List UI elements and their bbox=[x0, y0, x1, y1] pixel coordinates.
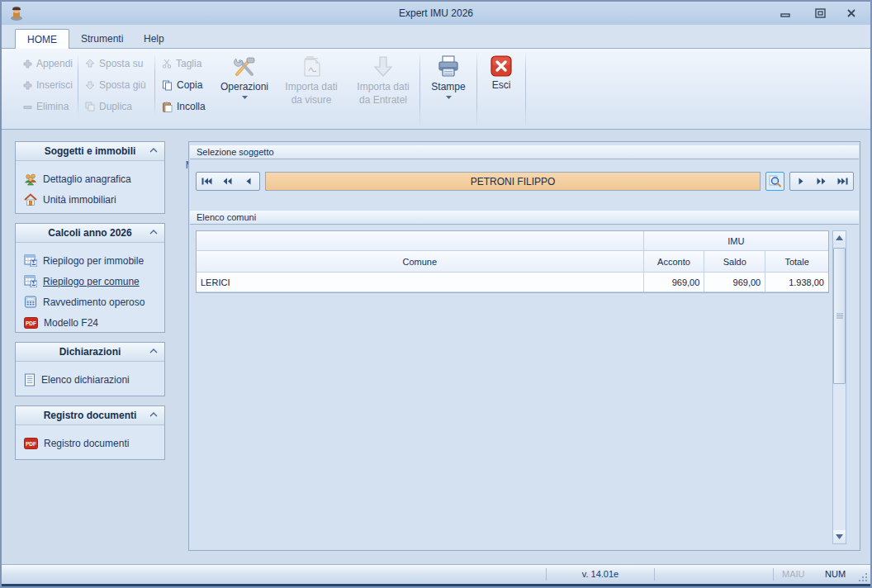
sidebar-group-header-soggetti[interactable]: Soggetti e immobili bbox=[16, 142, 164, 161]
scroll-up-button[interactable] bbox=[833, 231, 846, 244]
people-icon bbox=[24, 173, 37, 186]
previous-record-button[interactable] bbox=[239, 173, 259, 190]
importa-visure-button[interactable]: Importa dati da visure bbox=[276, 49, 347, 129]
pdf-import-icon bbox=[300, 55, 323, 79]
table-header-totale[interactable]: Totale bbox=[765, 251, 828, 273]
sidebar-group-header-dichiarazioni[interactable]: Dichiarazioni bbox=[16, 343, 164, 362]
esci-label: Esci bbox=[492, 80, 511, 91]
chevron-down-icon bbox=[446, 96, 452, 99]
sidebar-group-title: Calcoli anno 2026 bbox=[48, 227, 131, 239]
last-record-button[interactable] bbox=[832, 173, 853, 190]
subject-field[interactable]: PETRONI FILIPPO bbox=[265, 172, 761, 191]
esci-button[interactable]: Esci bbox=[477, 49, 525, 129]
sidebar-group-registro: Registro documenti PDF Registro document… bbox=[15, 405, 165, 460]
subject-name: PETRONI FILIPPO bbox=[471, 176, 556, 187]
sidebar-item-unita-immobiliari[interactable]: Unità immobiliari bbox=[24, 189, 159, 210]
column-label: Acconto bbox=[657, 257, 690, 267]
resize-grip[interactable] bbox=[858, 572, 868, 582]
elimina-label: Elimina bbox=[36, 101, 69, 112]
svg-text:PDF: PDF bbox=[26, 320, 36, 326]
remove-icon bbox=[23, 102, 32, 111]
next-icon bbox=[799, 178, 803, 185]
table-row[interactable]: LERICI 969,00 969,00 1.938,00 bbox=[197, 273, 828, 292]
table-header-imu[interactable]: IMU bbox=[644, 231, 828, 251]
sidebar-item-label: Riepilogo per comune bbox=[43, 276, 140, 287]
app-window: Expert IMU 2026 HOME Strument bbox=[0, 0, 872, 588]
tab-home[interactable]: HOME bbox=[15, 29, 69, 49]
scroll-down-button[interactable] bbox=[833, 530, 846, 543]
sidebar-group-title: Registro documenti bbox=[44, 410, 137, 421]
sidebar-item-riepilogo-immobile[interactable]: Σ Riepilogo per immobile bbox=[24, 250, 159, 271]
scroll-up-icon bbox=[836, 235, 843, 240]
sidebar-item-dettaglio-anagrafica[interactable]: Dettaglio anagrafica bbox=[24, 168, 159, 189]
sidebar-group-header-calcoli[interactable]: Calcoli anno 2026 bbox=[16, 224, 164, 243]
inserisci-button[interactable]: Inserisci bbox=[23, 77, 78, 93]
sidebar-item-label: Unità immobiliari bbox=[43, 194, 116, 206]
first-record-button[interactable] bbox=[197, 173, 217, 190]
copia-button[interactable]: Copia bbox=[162, 77, 213, 93]
arrow-down-icon bbox=[85, 80, 95, 90]
incolla-button[interactable]: Incolla bbox=[162, 98, 213, 115]
close-button[interactable] bbox=[839, 5, 864, 21]
copy-icon bbox=[162, 80, 173, 91]
sposta-giu-button[interactable]: Sposta giù bbox=[85, 77, 154, 93]
sidebar-item-elenco-dichiarazioni[interactable]: Elenco dichiarazioni bbox=[24, 369, 159, 390]
next-record-button[interactable] bbox=[790, 173, 811, 190]
tab-help[interactable]: Help bbox=[132, 29, 176, 49]
search-subject-button[interactable] bbox=[765, 172, 784, 191]
close-icon bbox=[846, 8, 856, 18]
sidebar-item-label: Ravvedimento operoso bbox=[43, 296, 145, 308]
tab-strumenti[interactable]: Strumenti bbox=[69, 29, 135, 49]
stampe-label: Stampe bbox=[431, 82, 465, 92]
sidebar-item-registro-documenti[interactable]: PDF Registro documenti bbox=[24, 433, 159, 453]
title-bar: Expert IMU 2026 bbox=[2, 2, 870, 25]
table-header-acconto[interactable]: Acconto bbox=[644, 251, 705, 273]
sidebar-item-ravvedimento-operoso[interactable]: Ravvedimento operoso bbox=[24, 292, 159, 312]
calculator-icon bbox=[24, 296, 37, 308]
pdf-icon: PDF bbox=[24, 438, 38, 449]
sidebar-group-soggetti: Soggetti e immobili Dettaglio anagrafi bbox=[15, 141, 165, 214]
status-version: v. 14.01e bbox=[547, 569, 653, 579]
rewind-icon bbox=[223, 178, 232, 185]
status-maiu-indicator: MAIU bbox=[782, 569, 805, 579]
table-vertical-scrollbar[interactable] bbox=[832, 230, 846, 544]
taglia-button[interactable]: Taglia bbox=[162, 55, 213, 72]
cell-comune: LERICI bbox=[197, 273, 644, 292]
window-bottom-border bbox=[2, 584, 870, 586]
table-header-blank bbox=[197, 231, 644, 251]
svg-text:PDF: PDF bbox=[26, 441, 36, 447]
status-num-indicator: NUM bbox=[825, 569, 846, 579]
incolla-label: Incolla bbox=[177, 101, 206, 112]
importa-entratel-button[interactable]: Importa dati da Entratel bbox=[347, 49, 419, 129]
imu-span-label: IMU bbox=[727, 236, 744, 246]
appendi-button[interactable]: Appendi bbox=[23, 55, 78, 72]
cell-saldo: 969,00 bbox=[704, 273, 765, 292]
scroll-thumb[interactable] bbox=[833, 248, 846, 384]
stampe-button[interactable]: Stampe bbox=[420, 49, 476, 129]
elimina-button[interactable]: Elimina bbox=[23, 98, 78, 115]
sidebar-item-modello-f24[interactable]: PDF Modello F24 bbox=[24, 312, 159, 333]
sposta-su-button[interactable]: Sposta su bbox=[85, 55, 154, 72]
next-fast-button[interactable] bbox=[811, 173, 832, 190]
tools-icon bbox=[232, 55, 257, 79]
download-arrow-icon bbox=[372, 55, 395, 79]
house-icon bbox=[24, 193, 37, 206]
sidebar-item-riepilogo-comune[interactable]: Σ Riepilogo per comune bbox=[24, 271, 159, 292]
status-separator bbox=[546, 568, 547, 581]
search-icon bbox=[769, 175, 781, 187]
table-header-comune[interactable]: Comune bbox=[197, 251, 644, 273]
maximize-button[interactable] bbox=[808, 5, 832, 21]
summary-table-icon: Σ bbox=[24, 254, 37, 267]
previous-fast-button[interactable] bbox=[217, 173, 238, 190]
selezione-soggetto-caption: Selezione soggetto bbox=[190, 145, 859, 159]
operazioni-button[interactable]: Operazioni bbox=[213, 49, 276, 129]
duplica-button[interactable]: Duplica bbox=[85, 98, 154, 115]
taglia-label: Taglia bbox=[176, 58, 201, 69]
ribbon-toolbar: Appendi Inserisci Elimina Spos bbox=[2, 48, 870, 130]
chevron-up-icon bbox=[149, 148, 158, 153]
table-header-saldo[interactable]: Saldo bbox=[704, 251, 765, 273]
minimize-button[interactable] bbox=[773, 5, 798, 21]
sidebar-group-header-registro[interactable]: Registro documenti bbox=[16, 406, 164, 425]
column-label: Saldo bbox=[723, 257, 746, 267]
chevron-down-icon bbox=[242, 96, 248, 99]
